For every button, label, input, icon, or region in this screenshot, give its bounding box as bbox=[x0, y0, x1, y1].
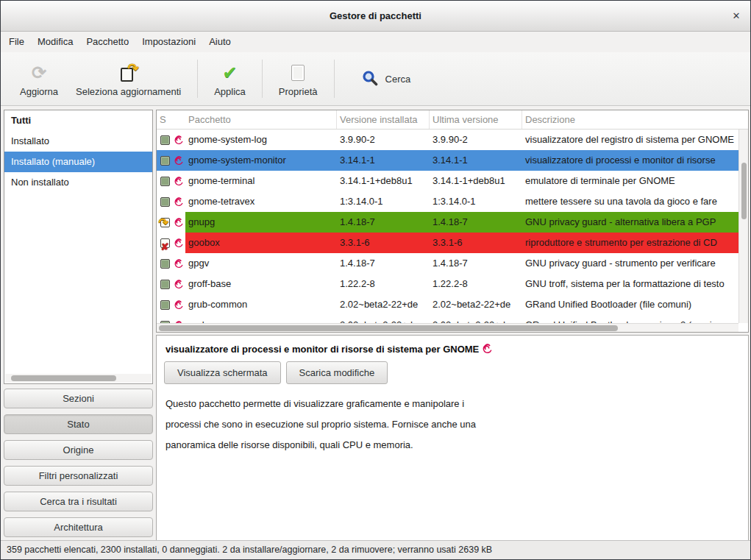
latest-version-cell: 1:3.14.0-1 bbox=[430, 191, 522, 212]
status-installed-icon[interactable] bbox=[160, 197, 170, 207]
statusbar: 359 pacchetti elencati, 2300 installati,… bbox=[1, 540, 750, 559]
menu-aiuto[interactable]: Aiuto bbox=[202, 32, 238, 52]
latest-version-cell: 3.9.90-2 bbox=[430, 130, 522, 150]
latest-version-cell: 3.14.1-1 bbox=[430, 150, 522, 171]
table-row[interactable]: gpgv1.4.18-71.4.18-7GNU privacy guard - … bbox=[157, 253, 738, 274]
package-name-cell: gnome-terminal bbox=[185, 171, 337, 191]
toolbar: ⟳ Aggiorna ↷ Seleziona aggiornamenti ✔ A… bbox=[1, 52, 750, 106]
debian-swirl-icon bbox=[173, 274, 185, 294]
properties-icon bbox=[288, 63, 307, 82]
description-cell: GRand Unified Bootloader, versione 2 (ve… bbox=[522, 315, 738, 323]
search-button[interactable]: Cerca bbox=[352, 63, 420, 95]
menubar: File Modifica Pacchetto Impostazioni Aiu… bbox=[1, 32, 750, 52]
status-installed-icon[interactable] bbox=[160, 300, 170, 310]
package-name-cell: grub-pc bbox=[185, 315, 337, 323]
package-name-cell: goobox bbox=[185, 233, 337, 253]
description-cell: visualizzatore del registro di sistema p… bbox=[522, 130, 738, 150]
status-installed-icon[interactable] bbox=[160, 280, 170, 289]
architecture-button[interactable]: Architettura bbox=[4, 517, 153, 537]
package-name-cell: gnome-system-log bbox=[185, 130, 337, 150]
column-header-status[interactable]: S bbox=[157, 110, 173, 129]
filter-item-installato[interactable]: Installato bbox=[4, 131, 152, 152]
table-row[interactable]: ✘goobox3.3.1-63.3.1-6riproduttore e stru… bbox=[157, 233, 738, 253]
table-row[interactable]: gnome-tetravex1:3.14.0-11:3.14.0-1metter… bbox=[157, 191, 738, 212]
filter-item-tutti[interactable]: Tutti bbox=[4, 110, 152, 131]
latest-version-cell: 2.02~beta2-22+de bbox=[430, 294, 522, 315]
properties-button[interactable]: Proprietà bbox=[270, 56, 327, 102]
status-button[interactable]: Stato bbox=[4, 414, 153, 434]
status-installed-icon[interactable] bbox=[160, 177, 170, 186]
package-name-cell: gnome-tetravex bbox=[185, 191, 337, 212]
package-manager-window: Gestore di pacchetti ✕ File Modifica Pac… bbox=[0, 0, 751, 560]
reload-button[interactable]: ⟳ Aggiorna bbox=[11, 56, 67, 102]
status-installed-icon[interactable] bbox=[160, 135, 170, 145]
mark-all-upgrades-button[interactable]: ↷ Seleziona aggiornamenti bbox=[67, 56, 190, 102]
installed-version-cell: 3.14.1-1+deb8u1 bbox=[337, 171, 430, 191]
close-icon[interactable]: ✕ bbox=[730, 10, 743, 23]
description-cell: emulatore di terminale per GNOME bbox=[522, 171, 738, 191]
menu-pacchetto[interactable]: Pacchetto bbox=[79, 32, 135, 52]
installed-version-cell: 3.3.1-6 bbox=[337, 233, 430, 253]
titlebar[interactable]: Gestore di pacchetti ✕ bbox=[1, 1, 750, 32]
installed-version-cell: 3.14.1-1 bbox=[337, 150, 430, 171]
package-name-cell: grub-common bbox=[185, 294, 337, 315]
apply-button[interactable]: ✔ Applica bbox=[205, 56, 255, 102]
column-header-supported[interactable] bbox=[173, 110, 185, 129]
package-name-cell: gpgv bbox=[185, 253, 337, 274]
table-row[interactable]: gnome-system-log3.9.90-23.9.90-2visualiz… bbox=[157, 130, 738, 150]
installed-version-cell: 1.22.2-8 bbox=[337, 274, 430, 294]
details-description: Questo pacchetto permette di visualizzar… bbox=[157, 384, 748, 450]
sections-button[interactable]: Sezioni bbox=[4, 389, 153, 408]
status-remove-icon[interactable]: ✘ bbox=[160, 238, 170, 248]
latest-version-cell: 1.4.18-7 bbox=[430, 253, 522, 274]
column-header-installed-version[interactable]: Versione installata bbox=[337, 110, 430, 129]
status-installed-icon[interactable] bbox=[160, 156, 170, 166]
menu-modifica[interactable]: Modifica bbox=[31, 32, 79, 52]
debian-swirl-icon bbox=[173, 130, 185, 150]
origin-button[interactable]: Origine bbox=[4, 440, 153, 460]
latest-version-cell: 3.3.1-6 bbox=[430, 233, 522, 253]
search-results-button[interactable]: Cerca tra i risultati bbox=[4, 492, 153, 511]
table-hscrollbar[interactable] bbox=[157, 323, 738, 332]
package-name-cell: groff-base bbox=[185, 274, 337, 294]
details-button-row: Visualizza schermata Scarica modifiche bbox=[157, 361, 748, 384]
installed-version-cell: 1.4.18-7 bbox=[337, 253, 430, 274]
table-vscrollbar[interactable] bbox=[738, 130, 748, 323]
filter-list-hscrollbar[interactable] bbox=[5, 374, 152, 383]
debian-swirl-icon bbox=[173, 233, 185, 253]
table-row[interactable]: gnome-system-monitor3.14.1-13.14.1-1visu… bbox=[157, 150, 738, 171]
debian-swirl-icon bbox=[173, 212, 185, 233]
debian-swirl-icon bbox=[173, 315, 185, 323]
installed-version-cell: 1:3.14.0-1 bbox=[337, 191, 430, 212]
filter-item-installato-manuale[interactable]: Installato (manuale) bbox=[4, 152, 152, 172]
custom-filters-button[interactable]: Filtri personalizzati bbox=[4, 466, 153, 486]
status-upgrade-icon[interactable]: ↷ bbox=[160, 218, 170, 227]
debian-swirl-icon bbox=[173, 294, 185, 315]
column-header-latest-version[interactable]: Ultima versione bbox=[430, 110, 522, 129]
status-text: 359 pacchetti elencati, 2300 installati,… bbox=[7, 545, 492, 555]
table-row[interactable]: ↷gnupg1.4.18-71.4.18-7GNU privacy guard … bbox=[157, 212, 738, 233]
table-row[interactable]: groff-base1.22.2-81.22.2-8GNU troff, sis… bbox=[157, 274, 738, 294]
apply-check-icon: ✔ bbox=[220, 63, 239, 82]
table-row[interactable]: grub-pc2.02~beta2-22+de2.02~beta2-22+deG… bbox=[157, 315, 738, 323]
search-icon bbox=[361, 69, 379, 89]
filter-list: Tutti Installato Installato (manuale) No… bbox=[4, 110, 153, 384]
description-cell: mettere tessere su una tavola da gioco e… bbox=[522, 191, 738, 212]
status-installed-icon[interactable] bbox=[160, 259, 170, 269]
table-row[interactable]: grub-common2.02~beta2-22+de2.02~beta2-22… bbox=[157, 294, 738, 315]
get-changelog-button[interactable]: Scarica modifiche bbox=[286, 361, 388, 384]
column-header-package[interactable]: Pacchetto bbox=[185, 110, 337, 129]
description-cell: visualizzatore di processi e monitor di … bbox=[522, 150, 738, 171]
menu-file[interactable]: File bbox=[2, 32, 31, 52]
latest-version-cell: 3.14.1-1+deb8u1 bbox=[430, 171, 522, 191]
table-row[interactable]: gnome-terminal3.14.1-1+deb8u13.14.1-1+de… bbox=[157, 171, 738, 191]
package-table: S Pacchetto Versione installata Ultima v… bbox=[156, 110, 749, 333]
toolbar-separator bbox=[197, 60, 198, 98]
table-body: gnome-system-log3.9.90-23.9.90-2visualiz… bbox=[157, 130, 738, 323]
installed-version-cell: 2.02~beta2-22+de bbox=[337, 315, 430, 323]
toolbar-separator bbox=[334, 60, 335, 98]
filter-item-non-installato[interactable]: Non installato bbox=[4, 172, 152, 193]
view-screenshot-button[interactable]: Visualizza schermata bbox=[164, 361, 281, 384]
column-header-description[interactable]: Descrizione bbox=[522, 110, 748, 129]
menu-impostazioni[interactable]: Impostazioni bbox=[135, 32, 202, 52]
